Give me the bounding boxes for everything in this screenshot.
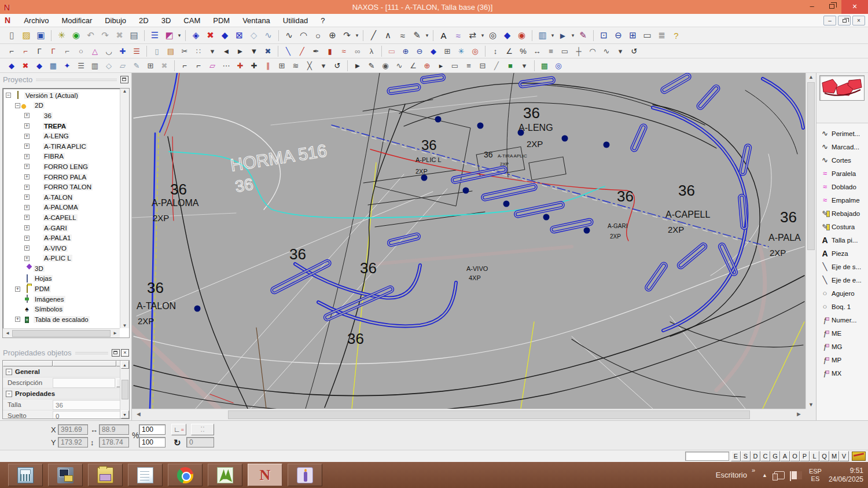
scroll-down-icon[interactable]: ▼ (121, 410, 129, 419)
keyboard-indicator-icon[interactable] (852, 452, 866, 461)
canvas-vscroll-thumb[interactable] (807, 82, 815, 250)
caret-icon[interactable]: ▾ (205, 45, 219, 57)
caret-icon[interactable]: ▾ (317, 60, 330, 71)
cursor-tool-icon[interactable]: ► (351, 60, 365, 71)
arrow-x-icon[interactable]: ╳ (303, 60, 317, 71)
square-green-icon[interactable]: ■ (503, 60, 517, 71)
project-dock-button[interactable] (120, 76, 128, 83)
scroll-up-icon[interactable]: ▲ (122, 89, 128, 94)
tool-item-rebajado[interactable]: ✎Rebajado (816, 207, 868, 220)
property-value[interactable] (53, 378, 115, 388)
draw-arc-icon[interactable]: ◠ (296, 29, 311, 42)
text-tool-icon[interactable]: A (436, 29, 451, 42)
canvas-hscroll-thumb[interactable] (228, 410, 750, 419)
menu-modificar[interactable]: Modificar (55, 16, 98, 25)
expander-plus-icon[interactable]: + (24, 215, 30, 220)
rotation-angle-field[interactable]: 0 (186, 437, 214, 447)
points-tool-icon[interactable]: ∷ (192, 45, 205, 57)
cut-icon[interactable]: ✂ (178, 45, 192, 57)
menu-dibujo[interactable]: Dibujo (98, 16, 133, 25)
rows-tool-icon[interactable]: ☰ (74, 60, 88, 71)
tree-item-s-mbolos[interactable]: ♠Símbolos (5, 304, 119, 314)
redo-icon[interactable]: ↷ (98, 29, 112, 42)
properties-dock-button[interactable] (112, 349, 120, 357)
move-tool-icon[interactable]: ✚ (247, 60, 261, 71)
figure-icon[interactable]: λ (365, 45, 378, 57)
print-icon[interactable]: ≣ (654, 29, 669, 42)
tree-item-fibra[interactable]: +FIBRA (5, 152, 119, 162)
property-value[interactable]: 0 (53, 411, 129, 420)
snap-button-c[interactable]: C (760, 451, 770, 461)
rotate-tool-icon[interactable]: ↺ (330, 60, 344, 71)
pen-italic-icon[interactable]: ✒ (309, 45, 323, 57)
dynamite-icon[interactable]: ▮ (323, 45, 337, 57)
caret-icon[interactable]: ▾ (354, 29, 360, 42)
red-plus-icon[interactable]: ✚ (233, 60, 247, 71)
zoom-doc-icon[interactable]: ⊡ (597, 29, 611, 42)
table-num-icon[interactable]: ⊞ (144, 60, 157, 71)
zoom-page-icon[interactable]: ⊞ (626, 29, 640, 42)
box-slash-icon[interactable]: ▱ (116, 60, 130, 71)
caret-icon[interactable]: ▾ (176, 29, 182, 42)
tree-item-a-paloma[interactable]: +A-PALOMA (5, 203, 119, 213)
draw-point-icon[interactable]: ⊕ (325, 29, 340, 42)
draw-free-icon[interactable]: ≈ (395, 29, 410, 42)
tree-item-forro-leng[interactable]: +FORRO LENG (5, 162, 119, 172)
snap-button-a[interactable]: A (780, 451, 790, 461)
expander-plus-icon[interactable]: + (24, 236, 30, 241)
paste-icon[interactable]: ▤ (164, 45, 178, 57)
width-field[interactable]: 88.9 (99, 424, 129, 435)
calculator-tool-icon[interactable]: ▦ (46, 60, 60, 71)
menu-archivo[interactable]: Archivo (17, 16, 55, 25)
diamond-pin-icon[interactable]: ✦ (60, 60, 74, 71)
tree-item-a-leng[interactable]: +A-LENG (5, 131, 119, 141)
updown-icon[interactable]: ↕ (488, 45, 502, 57)
pieces-arrows-icon[interactable]: ◆ (5, 60, 19, 71)
snap-button-q[interactable]: Q (819, 451, 829, 461)
expander-plus-icon[interactable]: + (24, 144, 30, 149)
taskbar-app-file-manager[interactable] (48, 464, 83, 486)
tree-item-hojas[interactable]: Hojas (5, 274, 119, 284)
grid2-icon[interactable]: ⊟ (476, 60, 490, 71)
snap-button-s[interactable]: S (741, 451, 751, 461)
x-coordinate-field[interactable]: 391.69 (58, 424, 88, 435)
snap-button-v[interactable]: V (839, 451, 849, 461)
rotate-meas-icon[interactable]: ↺ (627, 45, 641, 57)
rotate-icon[interactable]: ↻ (174, 438, 181, 448)
expander-plus-icon[interactable]: + (24, 245, 30, 251)
expander-plus-icon[interactable]: + (24, 205, 30, 210)
diamond-dot-icon[interactable]: ◆ (426, 45, 440, 57)
snap-button-d[interactable]: D (751, 451, 760, 461)
red-parallel-icon[interactable]: ∥ (261, 60, 275, 71)
properties-scroll-thumb[interactable] (122, 380, 128, 399)
scroll-up-icon[interactable]: ▲ (121, 361, 129, 369)
layers-icon[interactable]: ☰ (148, 29, 162, 42)
tool-item-marcad[interactable]: ∿Marcad... (816, 140, 868, 153)
tree-item-forro-pala[interactable]: +FORRO PALA (5, 172, 119, 182)
axis-red-icon[interactable]: ╱ (295, 45, 309, 57)
properties-close-button[interactable]: × (121, 349, 129, 357)
slash-tool-icon[interactable]: ╱ (490, 60, 503, 71)
sum-icon[interactable]: ≡ (544, 45, 558, 57)
chevron-icon[interactable]: » (752, 467, 755, 474)
scroll-left-icon[interactable]: ◄ (4, 331, 11, 336)
expander-minus-icon[interactable]: − (6, 93, 11, 98)
copy-icon[interactable]: ▯ (150, 45, 164, 57)
smile-arc-icon[interactable]: ◡ (102, 45, 116, 57)
restore-button[interactable] (822, 0, 841, 14)
delete-piece-icon[interactable]: ✖ (203, 29, 218, 42)
open-file-icon[interactable]: ▨ (19, 29, 34, 42)
wave2-icon[interactable]: ∿ (392, 60, 406, 71)
tool-item-mp[interactable]: ƒMP (816, 353, 868, 366)
tool-item-eje-de-e[interactable]: ╲Eje de e... (816, 273, 868, 287)
caret-icon[interactable]: ▾ (570, 29, 576, 42)
red-scribble-icon[interactable]: ≈ (337, 45, 351, 57)
tree-item-3d[interactable]: 3D (5, 263, 119, 274)
corner-arc-icon[interactable]: ⌐ (5, 45, 19, 57)
tree-item-forro-talon[interactable]: +FORRO TALON (5, 182, 119, 192)
caret-icon[interactable]: ▾ (550, 29, 556, 42)
chain-icon[interactable]: ∞ (351, 45, 365, 57)
axis-blue-icon[interactable]: ╲ (281, 45, 295, 57)
palette-icon[interactable]: ◩ (162, 29, 176, 42)
tool-item-empalme[interactable]: ≈Empalme (816, 193, 868, 207)
